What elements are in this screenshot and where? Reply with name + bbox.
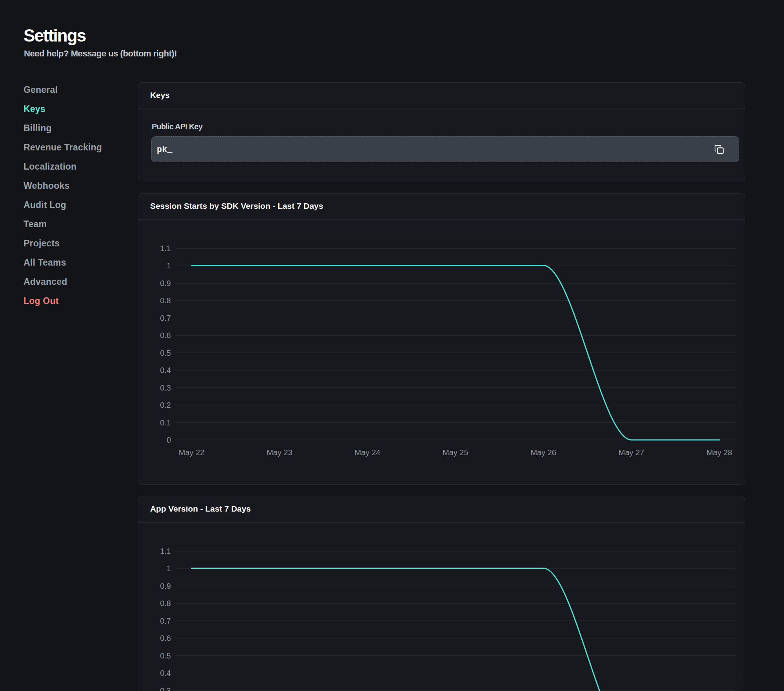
svg-text:0.1: 0.1	[160, 418, 171, 427]
svg-text:0.3: 0.3	[160, 383, 171, 392]
svg-text:May 22: May 22	[179, 448, 205, 457]
svg-text:0.4: 0.4	[160, 366, 171, 374]
svg-text:May 25: May 25	[443, 448, 468, 457]
svg-text:1: 1	[167, 564, 171, 573]
svg-text:0.4: 0.4	[160, 669, 171, 677]
svg-text:0.9: 0.9	[160, 279, 171, 288]
svg-text:0.7: 0.7	[160, 314, 171, 322]
svg-text:0.3: 0.3	[160, 686, 171, 691]
svg-text:May 26: May 26	[530, 448, 556, 457]
svg-text:0.8: 0.8	[160, 599, 171, 608]
svg-text:0.5: 0.5	[160, 651, 171, 660]
svg-text:May 27: May 27	[619, 448, 644, 457]
svg-text:1.1: 1.1	[160, 547, 171, 555]
svg-text:1.1: 1.1	[160, 244, 171, 253]
svg-text:1: 1	[167, 261, 171, 270]
svg-text:May 23: May 23	[267, 448, 292, 457]
svg-text:May 24: May 24	[355, 448, 381, 457]
svg-text:0.5: 0.5	[160, 349, 171, 357]
svg-text:May 28: May 28	[706, 448, 732, 457]
svg-text:0.6: 0.6	[160, 634, 171, 642]
svg-text:0.2: 0.2	[160, 401, 171, 409]
svg-text:0.6: 0.6	[160, 331, 171, 340]
svg-text:0.7: 0.7	[160, 617, 171, 625]
svg-text:0: 0	[167, 436, 171, 444]
svg-text:0.8: 0.8	[160, 296, 171, 305]
svg-text:0.9: 0.9	[160, 582, 171, 590]
